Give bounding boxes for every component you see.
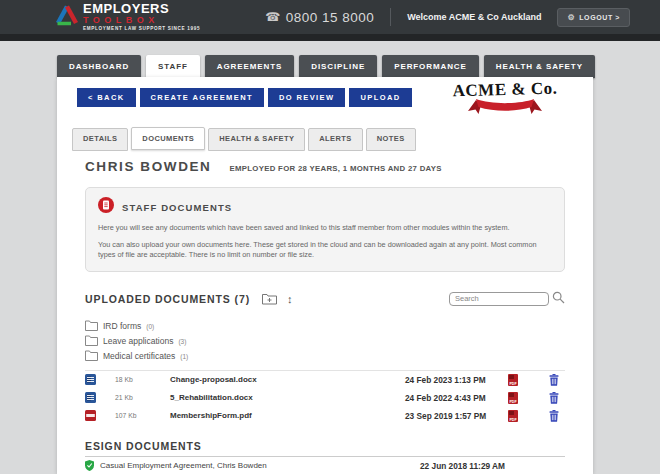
file-row: 21 Kb 5_Rehabilitation.docx 24 Feb 2022 …: [85, 389, 565, 407]
folder-row-leave-applications[interactable]: Leave applications (3): [85, 334, 565, 349]
folder-name: Medical certificates: [103, 351, 175, 361]
delete-file-icon[interactable]: [549, 410, 565, 422]
subtab-health-safety[interactable]: HEALTH & SAFETY: [208, 128, 305, 151]
tab-performance[interactable]: PERFORMANCE: [382, 55, 479, 78]
convert-to-pdf-icon[interactable]: PDF: [508, 410, 549, 422]
folder-name: Leave applications: [103, 336, 173, 346]
info-paragraph-1: Here you will see any documents which ha…: [98, 223, 552, 234]
folder-count: (3): [178, 338, 186, 345]
brand-tagline: EMPLOYMENT LAW SUPPORT SINCE 1995: [83, 27, 200, 32]
page: EMPLOYERS TOOLBOX EMPLOYMENT LAW SUPPORT…: [0, 0, 660, 474]
file-size: 18 Kb: [99, 376, 156, 383]
convert-to-pdf-icon[interactable]: PDF: [508, 392, 549, 404]
brand-text: EMPLOYERS TOOLBOX EMPLOYMENT LAW SUPPORT…: [83, 2, 200, 32]
search-icon[interactable]: [552, 290, 565, 308]
file-date: 24 Feb 2022 4:43 PM: [405, 393, 508, 403]
employment-duration: EMPLOYED FOR 28 YEARS, 1 MONTHS AND 27 D…: [229, 164, 441, 173]
phone-text: 0800 15 8000: [286, 10, 375, 25]
shield-check-icon: [85, 457, 94, 474]
search-input[interactable]: [449, 292, 549, 306]
info-title-row: STAFF DOCUMENTS: [98, 197, 552, 217]
content-card: < BACK CREATE AGREEMENT DO REVIEW UPLOAD…: [57, 77, 593, 474]
folder-row-ird-forms[interactable]: IRD forms (0): [85, 319, 565, 334]
esign-documents-section: ESIGN DOCUMENTS Casual Employment Agreem…: [85, 440, 565, 474]
word-file-icon: [85, 374, 99, 385]
header-divider: [390, 8, 391, 26]
phone-icon: ☎: [265, 10, 280, 24]
subtab-alerts[interactable]: ALERTS: [308, 128, 362, 151]
uploaded-documents-header: UPLOADED DOCUMENTS (7) ↕: [85, 290, 565, 308]
folder-icon: [85, 347, 98, 365]
uploaded-documents-title: UPLOADED DOCUMENTS (7): [85, 293, 250, 305]
phone-number: ☎ 0800 15 8000: [265, 10, 374, 25]
esign-document-row: Casual Employment Agreement, Chris Bowde…: [85, 457, 565, 474]
subtab-notes[interactable]: NOTES: [366, 128, 416, 151]
word-file-icon: [85, 392, 99, 403]
sort-icon[interactable]: ↕: [287, 293, 293, 305]
create-agreement-button[interactable]: CREATE AGREEMENT: [140, 88, 264, 107]
file-size: 21 Kb: [99, 394, 156, 401]
esign-document-date: 22 Jun 2018 11:29 AM: [420, 461, 565, 471]
svg-text:PDF: PDF: [509, 417, 517, 421]
tab-agreements[interactable]: AGREEMENTS: [205, 55, 294, 78]
delete-file-icon[interactable]: [549, 374, 565, 386]
convert-to-pdf-icon[interactable]: PDF: [508, 374, 549, 386]
folder-count: (1): [180, 353, 188, 360]
delete-file-icon[interactable]: [549, 392, 565, 404]
svg-text:PDF: PDF: [509, 381, 517, 385]
back-button[interactable]: < BACK: [77, 88, 136, 107]
esign-documents-title: ESIGN DOCUMENTS: [85, 440, 565, 457]
info-paragraph-2: You can also upload your own documents h…: [98, 240, 552, 261]
gear-icon: ⚙: [567, 13, 575, 22]
top-header: EMPLOYERS TOOLBOX EMPLOYMENT LAW SUPPORT…: [0, 0, 660, 34]
header-shadow-strip: [0, 34, 660, 41]
info-box-title: STAFF DOCUMENTS: [122, 202, 232, 213]
search-area: [449, 290, 565, 308]
ribbon-icon: [447, 98, 563, 119]
pdf-file-icon: [85, 410, 99, 421]
file-date: 24 Feb 2023 1:13 PM: [405, 375, 508, 385]
file-size: 107 Kb: [99, 412, 156, 419]
staff-documents-info-box: STAFF DOCUMENTS Here you will see any do…: [85, 187, 565, 272]
file-date: 23 Sep 2019 1:57 PM: [405, 411, 508, 421]
tab-dashboard[interactable]: DASHBOARD: [57, 55, 141, 78]
tab-health-safety[interactable]: HEALTH & SAFETY: [484, 55, 595, 78]
company-logo-text: ACME & Co.: [447, 78, 563, 101]
main-navigation: DASHBOARD STAFF AGREEMENTS DISCIPLINE PE…: [57, 55, 595, 78]
file-list: 18 Kb Change-proposal.docx 24 Feb 2023 1…: [85, 370, 565, 425]
employers-toolbox-logo[interactable]: EMPLOYERS TOOLBOX EMPLOYMENT LAW SUPPORT…: [55, 2, 200, 32]
logout-label: LOGOUT >: [579, 14, 620, 21]
folder-row-medical-certificates[interactable]: Medical certificates (1): [85, 349, 565, 364]
file-name-link[interactable]: Change-proposal.docx: [156, 375, 405, 384]
staff-header: CHRIS BOWDEN EMPLOYED FOR 28 YEARS, 1 MO…: [85, 159, 565, 174]
document-badge-icon: [98, 197, 114, 217]
staff-name: CHRIS BOWDEN: [85, 159, 211, 174]
company-logo: ACME & Co.: [447, 80, 563, 119]
upload-button[interactable]: UPLOAD: [349, 88, 411, 107]
folder-count: (0): [146, 323, 154, 330]
subtab-details[interactable]: DETAILS: [72, 128, 128, 151]
file-row: 18 Kb Change-proposal.docx 24 Feb 2023 1…: [85, 371, 565, 389]
brand-subname: TOOLBOX: [83, 16, 200, 25]
file-row: 107 Kb MembershipForm.pdf 23 Sep 2019 1:…: [85, 407, 565, 425]
tab-discipline[interactable]: DISCIPLINE: [299, 55, 377, 78]
esign-document-link[interactable]: Casual Employment Agreement, Chris Bowde…: [100, 461, 420, 470]
topbar-right: ☎ 0800 15 8000 Welcome ACME & Co Aucklan…: [265, 8, 630, 27]
welcome-text: Welcome ACME & Co Auckland: [407, 12, 541, 22]
file-name-link[interactable]: 5_Rehabilitation.docx: [156, 393, 405, 402]
do-review-button[interactable]: DO REVIEW: [268, 88, 346, 107]
svg-text:PDF: PDF: [509, 399, 517, 403]
subtab-documents[interactable]: DOCUMENTS: [131, 127, 205, 150]
staff-subtabs: DETAILS DOCUMENTS HEALTH & SAFETY ALERTS…: [72, 128, 565, 151]
folder-list: IRD forms (0) Leave applications (3) Med…: [85, 319, 565, 364]
folder-name: IRD forms: [103, 321, 141, 331]
brand-name: EMPLOYERS: [83, 2, 200, 15]
triangle-logo-icon: [55, 4, 79, 30]
logout-button[interactable]: ⚙ LOGOUT >: [557, 8, 630, 27]
file-name-link[interactable]: MembershipForm.pdf: [156, 411, 405, 420]
tab-staff[interactable]: STAFF: [146, 55, 200, 78]
add-folder-icon[interactable]: [262, 293, 277, 305]
